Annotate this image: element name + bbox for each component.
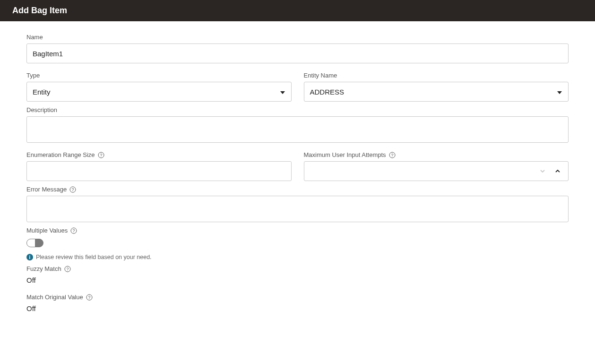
- field-name: Name: [26, 29, 569, 63]
- help-icon[interactable]: ?: [69, 186, 76, 193]
- field-multiple-values: Multiple Values ? i Please review this f…: [26, 222, 569, 260]
- description-input[interactable]: [26, 116, 569, 143]
- label-name: Name: [26, 34, 569, 41]
- dialog-header: Add Bag Item: [0, 0, 595, 21]
- dialog-title: Add Bag Item: [12, 6, 67, 15]
- stepper-decrement-button[interactable]: [538, 167, 547, 175]
- help-icon[interactable]: ?: [70, 227, 77, 234]
- field-type: Type Entity: [26, 67, 292, 102]
- label-entity-name: Entity Name: [304, 72, 569, 79]
- svg-text:?: ?: [66, 267, 69, 271]
- label-multiple-values: Multiple Values ?: [26, 227, 569, 234]
- field-fuzzy-match: Fuzzy Match ? Off: [26, 260, 569, 289]
- fuzzy-match-value: Off: [26, 276, 569, 284]
- info-message-text: Please review this field based on your n…: [36, 254, 152, 260]
- info-message-row: i Please review this field based on your…: [26, 254, 569, 260]
- help-icon[interactable]: ?: [98, 152, 104, 158]
- info-icon: i: [26, 254, 33, 260]
- help-icon[interactable]: ?: [64, 266, 71, 272]
- field-max-attempts: Maximum User Input Attempts ?: [304, 147, 569, 181]
- field-match-original: Match Original Value ? Off: [26, 289, 569, 317]
- max-attempts-input[interactable]: [304, 161, 569, 181]
- label-fuzzy-match: Fuzzy Match ?: [26, 265, 569, 272]
- help-icon[interactable]: ?: [389, 152, 396, 158]
- entity-name-select-value: ADDRESS: [310, 88, 345, 96]
- svg-text:?: ?: [391, 153, 393, 157]
- field-entity-name: Entity Name ADDRESS: [304, 67, 569, 102]
- label-max-attempts: Maximum User Input Attempts ?: [304, 151, 569, 158]
- type-select-value: Entity: [33, 88, 51, 96]
- enum-range-input[interactable]: [26, 161, 292, 181]
- svg-text:?: ?: [73, 228, 75, 233]
- svg-text:?: ?: [88, 295, 90, 300]
- label-type: Type: [26, 72, 292, 79]
- multiple-values-toggle[interactable]: [26, 239, 43, 247]
- label-match-original: Match Original Value ?: [26, 294, 569, 301]
- field-description: Description: [26, 102, 569, 143]
- match-original-value: Off: [26, 304, 569, 312]
- label-description: Description: [26, 106, 569, 113]
- form-body: Name Type Entity Entity Name ADDRESS: [0, 21, 595, 336]
- field-enum-range: Enumeration Range Size ?: [26, 147, 292, 181]
- name-input[interactable]: [26, 43, 569, 63]
- label-enum-range: Enumeration Range Size ?: [26, 151, 292, 158]
- stepper-increment-button[interactable]: [553, 167, 562, 175]
- svg-text:?: ?: [100, 153, 102, 157]
- label-error-message: Error Message ?: [26, 186, 569, 193]
- help-icon[interactable]: ?: [86, 294, 93, 301]
- error-message-input[interactable]: [26, 196, 569, 222]
- entity-name-select[interactable]: ADDRESS: [304, 82, 569, 102]
- field-error-message: Error Message ?: [26, 181, 569, 222]
- type-select[interactable]: Entity: [26, 82, 292, 102]
- svg-text:?: ?: [72, 187, 74, 192]
